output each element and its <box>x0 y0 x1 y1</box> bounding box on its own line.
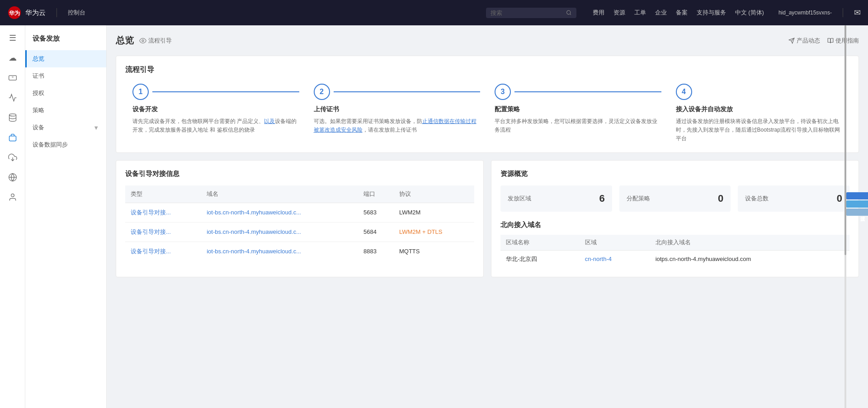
flow-guide-button[interactable]: 流程引导 <box>139 37 172 45</box>
sidebar-download-icon[interactable] <box>4 148 22 166</box>
row3-protocol: MQTTS <box>394 242 474 261</box>
north-col-domain: 北向接入域名 <box>650 235 849 251</box>
svg-line-3 <box>570 14 571 14</box>
row3-port: 8883 <box>358 242 394 261</box>
eye-icon <box>139 37 146 44</box>
leftnav-item-overview[interactable]: 总览 <box>25 50 106 67</box>
resource-label-region: 发放区域 <box>508 195 531 203</box>
step-1-link[interactable]: 以及 <box>264 118 275 124</box>
row2-type[interactable]: 设备引导对接... <box>125 222 201 242</box>
flow-step-2-header: 2 <box>314 84 481 100</box>
sidebar-globe-icon[interactable] <box>4 168 22 186</box>
resource-value-region: 6 <box>599 193 604 204</box>
nav-item-fees[interactable]: 费用 <box>593 9 604 17</box>
main-content: 总览 流程引导 产品动态 使用指南 <box>107 25 868 408</box>
resource-value-devices: 0 <box>837 193 842 204</box>
step-2-line <box>334 91 481 92</box>
usage-guide-button[interactable]: 使用指南 <box>827 37 859 45</box>
svg-point-2 <box>567 10 571 14</box>
sidebar-network-icon[interactable] <box>4 89 22 107</box>
flow-step-3: 3 配置策略 平台支持多种发放策略，您可以根据需要选择，灵活定义设备发放业务流程 <box>487 84 669 134</box>
step-3-name: 配置策略 <box>495 105 661 114</box>
help-center-button[interactable]: 帮助中心 <box>846 200 868 208</box>
nav-divider-2 <box>843 8 843 17</box>
flow-steps: 1 设备开发 请先完成设备开发，包含物联网平台需要的 产品定义、以及设备端的开发… <box>125 84 849 143</box>
nav-item-resources[interactable]: 资源 <box>613 9 625 17</box>
chevron-down-icon: ▼ <box>93 124 99 131</box>
north-row1-region[interactable]: cn-north-4 <box>580 250 650 268</box>
flow-step-4-header: 4 <box>676 84 843 100</box>
smart-service-button[interactable]: 智能客服 <box>846 192 868 199</box>
svg-rect-4 <box>9 76 16 80</box>
flow-step-3-header: 3 <box>495 84 661 100</box>
step-1-desc: 请先完成设备开发，包含物联网平台需要的 产品定义、以及设备端的开发，完成发放服务… <box>132 117 299 134</box>
search-input[interactable] <box>491 9 563 16</box>
north-col-region-name: 区域名称 <box>500 235 580 251</box>
north-table-row: 华北-北京四 cn-north-4 iotps.cn-north-4.myhua… <box>500 250 849 268</box>
right-card: 资源概览 发放区域 6 分配策略 0 设备总数 0 北向接入域名 <box>491 160 859 277</box>
row2-domain[interactable]: iot-bs.cn-north-4.myhuaweicloud.c... <box>201 222 358 242</box>
nav-item-record[interactable]: 备案 <box>676 9 688 17</box>
topnav: 华为 华为云 控制台 费用 资源 工单 企业 备案 支持与服务 中文 (简体) … <box>0 0 868 25</box>
mail-icon[interactable]: ✉ <box>854 8 861 18</box>
svg-rect-8 <box>9 136 16 141</box>
brand-name: 华为云 <box>25 9 46 17</box>
feedback-button[interactable]: 建议反馈 <box>846 209 868 216</box>
flow-step-2: 2 上传证书 可选。如果您需要采用证书策略发放设备，防止通信数据在传输过程被篡改… <box>307 84 488 134</box>
sidebar-iot-icon[interactable] <box>4 128 22 147</box>
flow-guide-label: 流程引导 <box>148 37 172 45</box>
sidebar-user-icon[interactable] <box>4 188 22 206</box>
nav-item-enterprise[interactable]: 企业 <box>655 9 667 17</box>
scrollbar-indicator[interactable] <box>844 25 846 408</box>
nav-item-ticket[interactable]: 工单 <box>634 9 646 17</box>
leftnav-item-auth[interactable]: 授权 <box>25 85 106 102</box>
row1-type[interactable]: 设备引导对接... <box>125 203 201 222</box>
leftnav-item-data-sync[interactable]: 设备数据同步 <box>25 136 106 153</box>
leftnav-item-policy[interactable]: 策略 <box>25 102 106 119</box>
nav-item-language[interactable]: 中文 (简体) <box>735 9 764 17</box>
sidebar-compute-icon[interactable] <box>4 69 22 87</box>
bottom-grid: 设备引导对接信息 类型 域名 端口 协议 设备引导对接... iot-bs.cn… <box>116 160 859 285</box>
sidebar-menu-icon[interactable]: ☰ <box>4 29 22 47</box>
resource-overview-title: 资源概览 <box>500 170 849 178</box>
leftnav: 设备发放 总览 证书 授权 策略 设备 ▼ 设备数据同步 <box>25 25 107 408</box>
search-box[interactable] <box>486 8 576 18</box>
step-2-name: 上传证书 <box>314 105 481 114</box>
leftnav-item-certificate[interactable]: 证书 <box>25 67 106 85</box>
sidebar-storage-icon[interactable] <box>4 109 22 127</box>
product-dynamics-button[interactable]: 产品动态 <box>788 37 820 45</box>
topnav-items: 费用 资源 工单 企业 备案 支持与服务 中文 (简体) <box>593 9 764 17</box>
north-domain-table: 区域名称 区域 北向接入域名 华北-北京四 cn-north-4 iotps.c… <box>500 235 849 268</box>
svg-point-13 <box>142 40 144 42</box>
resource-value-policy: 0 <box>718 193 723 204</box>
step-4-circle: 4 <box>676 84 692 100</box>
col-domain: 域名 <box>201 185 358 203</box>
row3-type[interactable]: 设备引导对接... <box>125 242 201 261</box>
leftnav-item-devices[interactable]: 设备 ▼ <box>25 119 106 136</box>
flow-guide-card: 流程引导 1 设备开发 请先完成设备开发，包含物联网平台需要的 产品定义、以及设… <box>116 56 859 153</box>
svg-point-7 <box>9 114 16 116</box>
step-1-line <box>152 91 299 92</box>
step-2-link[interactable]: 止通信数据在传输过程被篡改造成安全风险 <box>314 118 476 133</box>
step-3-circle: 3 <box>495 84 511 100</box>
sidebar-cloud-icon[interactable]: ☁ <box>4 49 22 67</box>
flow-step-1: 1 设备开发 请先完成设备开发，包含物联网平台需要的 产品定义、以及设备端的开发… <box>125 84 307 134</box>
step-1-circle: 1 <box>132 84 149 100</box>
col-type: 类型 <box>125 185 201 203</box>
right-panel-actions: 智能客服 帮助中心 建议反馈 <box>846 192 868 216</box>
row3-domain[interactable]: iot-bs.cn-north-4.myhuaweicloud.c... <box>201 242 358 261</box>
table-row: 设备引导对接... iot-bs.cn-north-4.myhuaweiclou… <box>125 203 474 222</box>
north-col-region: 区域 <box>580 235 650 251</box>
col-port: 端口 <box>358 185 394 203</box>
row1-domain[interactable]: iot-bs.cn-north-4.myhuaweicloud.c... <box>201 203 358 222</box>
user-account[interactable]: hid_aycwmbf15svxns- <box>778 9 832 16</box>
console-label[interactable]: 控制台 <box>68 9 85 17</box>
resource-card-devices: 设备总数 0 <box>738 185 849 212</box>
send-icon <box>788 38 795 44</box>
resource-overview: 发放区域 6 分配策略 0 设备总数 0 <box>500 185 849 212</box>
resource-card-policy: 分配策略 0 <box>619 185 731 212</box>
nav-item-support[interactable]: 支持与服务 <box>697 9 726 17</box>
step-2-circle: 2 <box>314 84 330 100</box>
book-icon <box>827 38 834 44</box>
page-header: 总览 流程引导 产品动态 使用指南 <box>116 34 859 47</box>
